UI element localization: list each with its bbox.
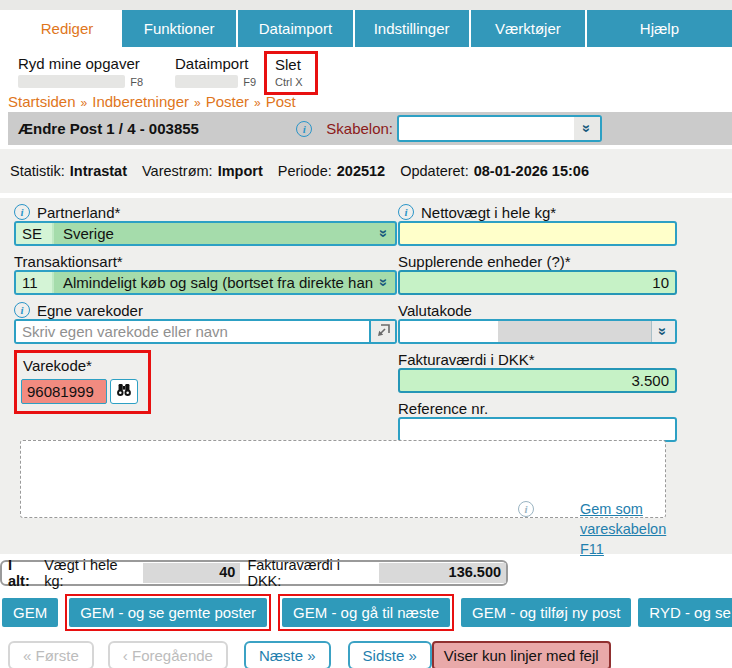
save-as-template-link[interactable]: Gem som vareskabelon [580,499,730,539]
toolbar-item-slet-annotated[interactable]: Slet Ctrl X [264,51,318,95]
binoculars-icon [116,383,132,400]
template-label: Skabelon: [326,120,393,137]
toolbar-item-dataimport[interactable]: Dataimport F9 [175,55,256,88]
chevron-down-icon[interactable]: » [373,223,395,244]
ryd-og-se-gemte-poster-button[interactable]: RYD - og se gemte poster [638,598,732,627]
egne-varekoder-label-row: i Egne varekoder [14,301,397,319]
shortcut-strip [18,75,125,88]
varestrom-label: Varestrøm: [142,163,213,179]
varekode-annotation-box: Varekode* [14,350,151,414]
gem-og-tilfoj-ny-post-button[interactable]: GEM - og tilføj ny post [461,598,631,627]
toolbar-item-label[interactable]: Dataimport [175,55,256,72]
insert-varekode-button[interactable] [369,321,395,342]
egne-varekoder-field [14,319,397,344]
breadcrumb-post[interactable]: Post [266,93,296,110]
nettovaegt-input[interactable] [398,221,677,246]
breadcrumb-poster[interactable]: Poster [206,93,249,110]
totals-invoice-value: 136.500 [379,563,506,583]
breadcrumb-startsiden[interactable]: Startsiden [8,93,76,110]
varekode-input[interactable] [21,379,107,404]
nettovaegt-label: Nettovægt i hele kg* [421,204,556,221]
breadcrumb-separator: » [81,96,88,110]
totals-bar: I alt: Vægt i hele kg: 40 Fakturaværdi i… [0,560,508,586]
egne-varekoder-label: Egne varekoder [37,302,143,319]
first-page-button[interactable]: « Første [8,641,94,668]
nettovaegt-label-row: i Nettovægt i hele kg* [398,203,677,221]
previous-page-button[interactable]: ‹ Foregående [108,641,228,668]
supplerende-label-row: Supplerende enheder (?)* [398,252,677,270]
chevron-down-icon[interactable]: » [373,272,395,293]
partnerland-select[interactable]: SE Sverige » [14,221,397,246]
reference-label-row: Reference nr. [398,399,677,417]
info-icon[interactable]: i [14,302,30,318]
next-page-button[interactable]: Næste » [244,641,331,668]
valutakode-select[interactable]: » [398,319,677,344]
toolbar-item-ryd-mine-opgaver[interactable]: Ryd mine opgaver F8 [18,55,143,88]
info-icon[interactable]: i [296,121,312,137]
chevron-down-icon[interactable]: » [651,321,675,342]
totals-weight-label: Vægt i hele kg: [44,557,138,589]
opdateret-value: 08-01-2026 15:06 [474,163,589,179]
transaktionsart-select[interactable]: 11 Almindeligt køb og salg (bortset fra … [14,270,397,295]
opdateret-label: Opdateret: [400,163,469,179]
valutakode-value [400,321,498,342]
shortcut-row: F8 [18,75,143,88]
shortcut-row: F9 [175,75,256,88]
tab-bar: Rediger Funktioner Dataimport Indstillin… [0,10,732,47]
action-button-row: GEM GEM - og se gemte poster GEM - og gå… [0,594,732,631]
save-as-template-shortcut-link[interactable]: F11 [580,539,730,559]
gem-button[interactable]: GEM [2,598,58,627]
shortcut-key: Ctrl X [275,76,303,88]
gem-og-ga-til-naeste-button[interactable]: GEM - og gå til næste [282,598,450,627]
fakturavaerdi-input[interactable] [398,368,677,393]
supplerende-label: Supplerende enheder (?)* [398,253,571,270]
last-page-button[interactable]: Sidste » [348,641,432,668]
comment-textarea[interactable] [20,440,666,518]
gem-ga-til-naeste-annotation-box: GEM - og gå til næste [278,594,454,631]
transaktionsart-code: 11 [16,272,54,293]
record-header-bar: Ændre Post 1 / 4 - 003855 i Skabelon: » [8,112,732,145]
totals-weight-value: 40 [143,563,241,583]
valutakode-label: Valutakode [398,302,472,319]
pagination-row: « Første ‹ Foregående Næste » Sidste » V… [0,641,732,668]
info-icon[interactable]: i [518,501,534,517]
toolbar: Ryd mine opgaver F8 Dataimport F9 Slet C… [0,47,732,87]
tab-rediger[interactable]: Rediger [14,10,120,47]
form-right-column: i Nettovægt i hele kg* Supplerende enhed… [398,198,677,442]
totals-title: I alt: [8,557,37,589]
tab-vaerktojer[interactable]: Værktøjer [471,10,585,47]
valutakode-label-row: Valutakode [398,301,677,319]
error-filter-badge[interactable]: Viser kun linjer med fejl [432,641,611,668]
breadcrumb-separator: » [194,96,201,110]
post-form: i Partnerland* SE Sverige » Transaktions… [0,198,732,554]
toolbar-item-label[interactable]: Ryd mine opgaver [18,55,143,72]
info-icon[interactable]: i [14,204,30,220]
totals-invoice-label: Fakturaværdi i DKK: [247,557,375,589]
partnerland-code: SE [16,223,54,244]
tab-funktioner[interactable]: Funktioner [122,10,236,47]
gem-se-gemte-annotation-box: GEM - og se gemte poster [65,594,271,631]
varekode-label: Varekode* [23,357,138,374]
corner-arrow-icon [377,324,390,340]
info-icon[interactable]: i [398,204,414,220]
template-select[interactable]: » [397,115,602,142]
breadcrumb-indberetninger[interactable]: Indberetninger [92,93,189,110]
reference-input[interactable] [398,417,677,442]
tab-hjaelp[interactable]: Hjælp [587,10,732,47]
shortcut-key: F8 [130,76,143,88]
template-select-value[interactable] [399,117,574,140]
tab-dataimport[interactable]: Dataimport [238,10,352,47]
page-title: Ændre Post 1 / 4 - 003855 [8,120,199,137]
tab-indstillinger[interactable]: Indstillinger [355,10,469,47]
supplerende-input[interactable] [398,270,677,295]
transaktionsart-name: Almindeligt køb og salg (bortset fra dir… [54,272,373,293]
varekode-search-button[interactable] [110,379,138,404]
gem-og-se-gemte-poster-button[interactable]: GEM - og se gemte poster [69,598,267,627]
toolbar-item-label[interactable]: Slet [275,56,303,73]
egne-varekoder-input[interactable] [16,321,369,342]
transaktionsart-label: Transaktionsart* [14,253,123,270]
periode-value: 202512 [337,163,385,179]
save-template-link-block: Gem som vareskabelon F11 [580,499,730,559]
record-meta-band: Statistik: Intrastat Varestrøm: Import P… [0,149,732,193]
chevron-down-icon[interactable]: » [574,117,600,140]
